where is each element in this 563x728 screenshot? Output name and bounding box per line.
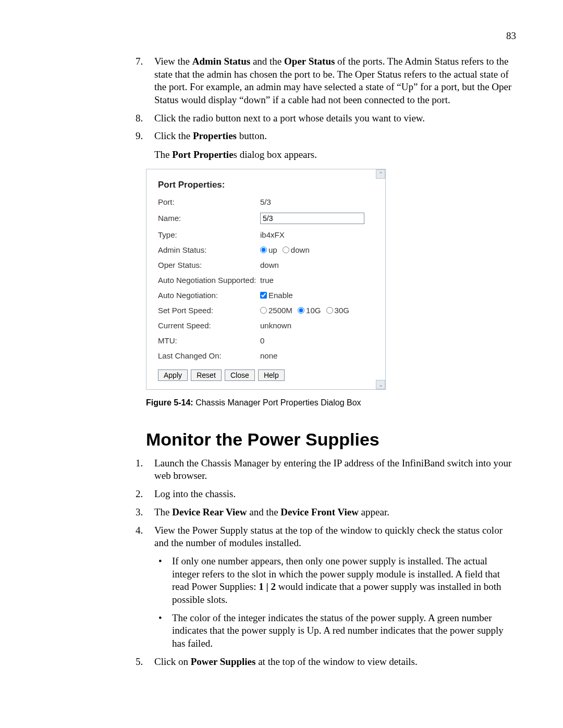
bullet-text: The color of the integer indicates the s… bbox=[172, 612, 516, 650]
speed-2500-label: 2500M bbox=[268, 306, 292, 315]
page: 83 7. View the Admin Status and the Oper… bbox=[0, 0, 563, 728]
section-title: Monitor the Power Supplies bbox=[146, 429, 516, 450]
step-2: 2. Log into the chassis. bbox=[136, 488, 516, 501]
step-1: 1. Launch the Chassis Manager by enterin… bbox=[136, 457, 516, 483]
page-number: 83 bbox=[506, 30, 516, 42]
step-4: 4. View the Power Supply status at the t… bbox=[136, 524, 516, 550]
speed-30g-radio[interactable] bbox=[326, 307, 333, 314]
bullet-1: • If only one number appears, then only … bbox=[154, 555, 516, 607]
dialog-button-row: Apply Reset Close Help bbox=[158, 369, 374, 381]
step-number: 5. bbox=[136, 656, 154, 669]
bullet-2: • The color of the integer indicates the… bbox=[154, 612, 516, 650]
speed-10g-option[interactable]: 10G bbox=[298, 306, 321, 315]
speed-10g-radio[interactable] bbox=[298, 307, 304, 314]
dialog-title: Port Properties: bbox=[158, 180, 374, 190]
step-5: 5. Click on Power Supplies at the top of… bbox=[136, 656, 516, 669]
step-number: 4. bbox=[136, 524, 154, 550]
figure-caption-rest: Chassis Manager Port Properties Dialog B… bbox=[193, 398, 361, 407]
label-port-speed: Set Port Speed: bbox=[158, 306, 260, 315]
label-port: Port: bbox=[158, 198, 260, 206]
label-mtu: MTU: bbox=[158, 336, 260, 345]
label-admin-status: Admin Status: bbox=[158, 245, 260, 254]
step-body: View the Admin Status and the Oper Statu… bbox=[154, 55, 516, 107]
step-number: 3. bbox=[136, 506, 154, 519]
value-auto-supported: true bbox=[260, 276, 374, 285]
bullet-icon: • bbox=[154, 612, 172, 650]
row-auto-supported: Auto Negotiation Supported: true bbox=[158, 276, 374, 285]
value-port: 5/3 bbox=[260, 198, 374, 206]
scroll-down-icon[interactable]: ⌄ bbox=[376, 380, 385, 389]
name-input[interactable] bbox=[260, 213, 364, 224]
row-port-speed: Set Port Speed: 2500M 10G 30G bbox=[158, 306, 374, 315]
step-9: 9. Click the Properties button. bbox=[136, 130, 516, 143]
step-body: Launch the Chassis Manager by entering t… bbox=[154, 457, 516, 483]
row-oper-status: Oper Status: down bbox=[158, 261, 374, 269]
value-type: ib4xFX bbox=[260, 230, 374, 239]
row-type: Type: ib4xFX bbox=[158, 230, 374, 239]
step-9-sub: The Port Properties dialog box appears. bbox=[154, 148, 516, 162]
help-button[interactable]: Help bbox=[258, 369, 285, 381]
step-body: Click the radio button next to a port wh… bbox=[154, 112, 516, 125]
step-8: 8. Click the radio button next to a port… bbox=[136, 112, 516, 125]
bottom-steps-list-2: 5. Click on Power Supplies at the top of… bbox=[136, 656, 516, 669]
step-7: 7. View the Admin Status and the Oper St… bbox=[136, 55, 516, 107]
step-number: 7. bbox=[136, 55, 154, 107]
row-port: Port: 5/3 bbox=[158, 198, 374, 206]
step-body: Click on Power Supplies at the top of th… bbox=[154, 656, 516, 669]
row-mtu: MTU: 0 bbox=[158, 336, 374, 345]
admin-up-option[interactable]: up bbox=[260, 245, 277, 254]
row-current-speed: Current Speed: unknown bbox=[158, 321, 374, 330]
figure-caption-bold: Figure 5-14: bbox=[146, 398, 193, 407]
row-name: Name: bbox=[158, 213, 374, 224]
speed-2500-radio[interactable] bbox=[260, 307, 267, 314]
close-button[interactable]: Close bbox=[225, 369, 255, 381]
apply-button[interactable]: Apply bbox=[158, 369, 188, 381]
label-name: Name: bbox=[158, 214, 260, 223]
speed-30g-option[interactable]: 30G bbox=[326, 306, 349, 315]
row-admin-status: Admin Status: up down bbox=[158, 245, 374, 254]
admin-down-radio[interactable] bbox=[283, 246, 289, 253]
admin-up-label: up bbox=[268, 245, 277, 254]
reset-button[interactable]: Reset bbox=[191, 369, 222, 381]
label-last-changed: Last Changed On: bbox=[158, 351, 260, 360]
scroll-up-icon[interactable]: ⌃ bbox=[376, 169, 385, 179]
auto-enable-label: Enable bbox=[268, 291, 293, 300]
label-auto-supported: Auto Negotiation Supported: bbox=[158, 276, 260, 285]
step-body: View the Power Supply status at the top … bbox=[154, 524, 516, 550]
auto-enable-checkbox[interactable] bbox=[260, 292, 267, 299]
auto-enable-option[interactable]: Enable bbox=[260, 291, 293, 300]
port-properties-dialog: ⌃ ⌄ Port Properties: Port: 5/3 Name: Typ… bbox=[146, 169, 386, 390]
value-mtu: 0 bbox=[260, 336, 374, 345]
bullet-icon: • bbox=[154, 555, 172, 607]
admin-down-option[interactable]: down bbox=[283, 245, 310, 254]
bottom-steps-list: 1. Launch the Chassis Manager by enterin… bbox=[136, 457, 516, 550]
bullet-list: • If only one number appears, then only … bbox=[154, 555, 516, 650]
step-number: 8. bbox=[136, 112, 154, 125]
step-body: Log into the chassis. bbox=[154, 488, 516, 501]
step-body: The Device Rear View and the Device Fron… bbox=[154, 506, 516, 519]
value-current-speed: unknown bbox=[260, 321, 374, 330]
step-number: 9. bbox=[136, 130, 154, 143]
speed-30g-label: 30G bbox=[335, 306, 349, 315]
row-last-changed: Last Changed On: none bbox=[158, 351, 374, 360]
admin-down-label: down bbox=[291, 245, 310, 254]
top-steps-list: 7. View the Admin Status and the Oper St… bbox=[136, 55, 516, 143]
step-number: 2. bbox=[136, 488, 154, 501]
speed-2500-option[interactable]: 2500M bbox=[260, 306, 292, 315]
bullet-text: If only one number appears, then only on… bbox=[172, 555, 516, 607]
step-3: 3. The Device Rear View and the Device F… bbox=[136, 506, 516, 519]
value-oper-status: down bbox=[260, 261, 374, 269]
label-current-speed: Current Speed: bbox=[158, 321, 260, 330]
step-body: Click the Properties button. bbox=[154, 130, 516, 143]
row-auto-negotiation: Auto Negotiation: Enable bbox=[158, 291, 374, 300]
label-auto-negotiation: Auto Negotiation: bbox=[158, 291, 260, 300]
value-last-changed: none bbox=[260, 351, 374, 360]
step-number: 1. bbox=[136, 457, 154, 483]
label-oper-status: Oper Status: bbox=[158, 261, 260, 269]
admin-up-radio[interactable] bbox=[260, 246, 267, 253]
label-type: Type: bbox=[158, 230, 260, 239]
speed-10g-label: 10G bbox=[306, 306, 321, 315]
figure-caption: Figure 5-14: Chassis Manager Port Proper… bbox=[146, 398, 516, 408]
